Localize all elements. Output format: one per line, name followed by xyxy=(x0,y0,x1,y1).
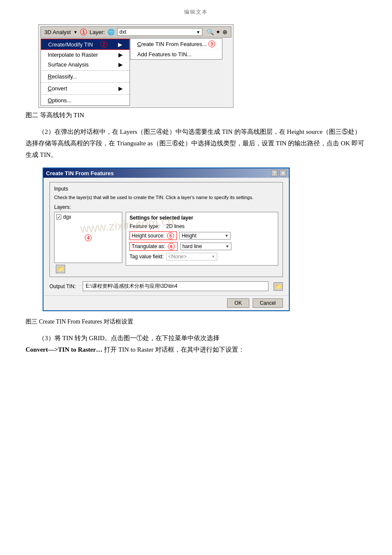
circle-2-icon: 2 xyxy=(101,41,107,48)
menu-separator-3 xyxy=(41,94,130,95)
height-source-input[interactable]: Height source: 5 xyxy=(130,231,177,240)
layers-list-box: dgx 4 xyxy=(54,212,122,263)
layers-list-area: dgx 4 📁 xyxy=(54,212,122,273)
submenu-arrow-2: ▶ xyxy=(118,52,123,58)
menu-separator-1 xyxy=(41,70,130,71)
caption1: 图二 等高线转为 TIN xyxy=(26,111,366,119)
layers-label: Layers: xyxy=(54,204,278,210)
menu-item-create-tin[interactable]: Create/Modify TIN 2 ▶ xyxy=(41,39,130,50)
settings-title: Settings for selected layer xyxy=(130,215,274,221)
tag-value-arrow: ▼ xyxy=(211,254,215,259)
caption2: 图三 Create TIN From Features 对话框设置 xyxy=(26,318,366,326)
dialog-title-bar: Create TIN From Features ? ✕ xyxy=(43,168,289,178)
menu-item-convert[interactable]: Convert ▶ xyxy=(41,84,130,93)
submenu-arrow-1: ▶ xyxy=(118,41,122,48)
dialog-title: Create TIN From Features xyxy=(46,170,114,176)
circle-3-icon: 3 xyxy=(208,40,215,47)
layer-item-dgx[interactable]: dgx xyxy=(56,214,120,220)
triangulate-dropdown[interactable]: hard line ▼ xyxy=(180,243,231,250)
circle-1-icon: 1 xyxy=(80,29,87,35)
dropdown-arrow-icon[interactable]: ▼ xyxy=(73,30,78,35)
inputs-label: Inputs xyxy=(54,186,278,192)
paragraph1: （2）在弹出的对话框中，在 Layers（图三④处）中勾选需要生成 TIN 的等… xyxy=(26,126,366,161)
circle-4-icon: 4 xyxy=(85,234,92,241)
page-header: 编辑文本 xyxy=(26,9,366,16)
help-button[interactable]: ? xyxy=(271,170,278,176)
toolbar: 3D Analyst ▼ 1 Layer: 🌐 dxt ▼ 🔍 ✦ ⊕ xyxy=(40,26,231,38)
layer-label: Layer: xyxy=(89,29,105,35)
triangulate-label: Triangulate as: xyxy=(132,243,165,249)
output-folder-btn[interactable]: 📁 xyxy=(274,282,283,291)
ok-button[interactable]: OK xyxy=(227,298,249,308)
search-icon[interactable]: 🔍 xyxy=(207,29,214,35)
triangulate-row: Triangulate as: 6 hard line ▼ xyxy=(130,242,274,251)
height-source-label: Height source: xyxy=(132,233,164,239)
toolbar-icons: 🔍 ✦ ⊕ xyxy=(207,29,228,35)
layer-name-dgx: dgx xyxy=(63,214,71,220)
triangulate-arrow: ▼ xyxy=(225,244,229,249)
tag-value-value: <None> xyxy=(168,254,187,260)
triangulate-value: hard line xyxy=(182,243,202,249)
menu-item-reclassify[interactable]: Reclassify... xyxy=(41,72,130,81)
menu-item-interpolate[interactable]: Interpolate to Raster ▶ xyxy=(41,50,130,60)
cancel-button[interactable]: Cancel xyxy=(253,298,283,308)
globe-icon: 🌐 xyxy=(107,29,115,35)
dxt-dropdown[interactable]: dxt ▼ xyxy=(117,28,202,36)
dxt-dropdown-arrow: ▼ xyxy=(196,30,200,35)
title-bar-icons: ? ✕ xyxy=(271,170,286,176)
tag-value-label: Tag value field: xyxy=(130,254,164,260)
menu-item-surface[interactable]: Surface Analysis ▶ xyxy=(41,60,130,69)
circle-4-annotation: 4 xyxy=(56,234,120,241)
star-icon[interactable]: ✦ xyxy=(216,29,221,35)
submenu-arrow-4: ▶ xyxy=(118,85,123,92)
output-row: Output TIN: E:\课程资料\遥感技术分析与应用\3D\tin4 📁 xyxy=(49,281,283,291)
paragraph2: （3）将 TIN 转为 GRID。点击图一①处，在下拉菜单中依次选择 Conve… xyxy=(26,332,366,356)
inputs-group: Inputs Check the layer(s) that will be u… xyxy=(49,182,283,277)
dialog-footer: OK Cancel xyxy=(43,295,289,310)
height-source-arrow: ▼ xyxy=(225,234,228,238)
menu-screenshot: 3D Analyst ▼ 1 Layer: 🌐 dxt ▼ 🔍 ✦ ⊕ xyxy=(38,24,233,108)
dialog-body: Inputs Check the layer(s) that will be u… xyxy=(43,178,289,295)
menu-area: Create/Modify TIN 2 ▶ Interpolate to Ras… xyxy=(40,38,231,106)
height-source-row: Height source: 5 Height ▼ xyxy=(130,231,274,240)
height-source-value: Height xyxy=(182,233,196,239)
sub-menu-item-create-tin[interactable]: Create TIN From Features... 3 xyxy=(130,39,222,49)
triangulate-input[interactable]: Triangulate as: 6 xyxy=(130,242,178,251)
feature-type-value: 2D lines xyxy=(166,223,184,229)
menu-separator-2 xyxy=(41,82,130,83)
main-menu: Create/Modify TIN 2 ▶ Interpolate to Ras… xyxy=(40,38,130,106)
submenu-arrow-3: ▶ xyxy=(118,61,123,68)
plus-icon[interactable]: ⊕ xyxy=(222,29,228,35)
circle-5-icon: 5 xyxy=(167,232,174,239)
feature-type-row: Feature type: 2D lines xyxy=(130,223,274,229)
figure1-container: 3D Analyst ▼ 1 Layer: 🌐 dxt ▼ 🔍 ✦ ⊕ xyxy=(26,24,366,108)
analyst-label: 3D Analyst xyxy=(44,29,71,35)
checkbox-dgx[interactable] xyxy=(56,214,61,220)
settings-panel: Settings for selected layer Feature type… xyxy=(126,212,278,266)
output-path-field[interactable]: E:\课程资料\遥感技术分析与应用\3D\tin4 xyxy=(83,281,268,291)
convert-bold: Convert—>TIN to Raster… xyxy=(26,346,102,353)
output-path-text: E:\课程资料\遥感技术分析与应用\3D\tin4 xyxy=(86,283,177,289)
tag-value-dropdown[interactable]: <None> ▼ xyxy=(166,253,217,260)
close-button[interactable]: ✕ xyxy=(280,170,286,176)
sub-menu-item-add-features[interactable]: Add Features to TIN... xyxy=(130,49,222,59)
menu-item-options[interactable]: Options... xyxy=(41,95,130,105)
output-label: Output TIN: xyxy=(49,283,79,289)
feature-type-label: Feature type: xyxy=(130,223,164,229)
dialog-outer: www.zixin.com.cn Create TIN From Feature… xyxy=(43,168,290,311)
sub-menu: Create TIN From Features... 3 Add Featur… xyxy=(130,38,222,60)
height-source-dropdown[interactable]: Height ▼ xyxy=(179,232,231,240)
circle-6-icon: 6 xyxy=(168,243,175,250)
layers-section: dgx 4 📁 Settings for selected layer xyxy=(54,212,278,273)
figure2-container: www.zixin.com.cn Create TIN From Feature… xyxy=(34,168,366,311)
inputs-description: Check the layer(s) that will be used to … xyxy=(54,194,278,201)
folder-button[interactable]: 📁 xyxy=(56,265,65,273)
tag-value-row: Tag value field: <None> ▼ xyxy=(130,253,274,260)
